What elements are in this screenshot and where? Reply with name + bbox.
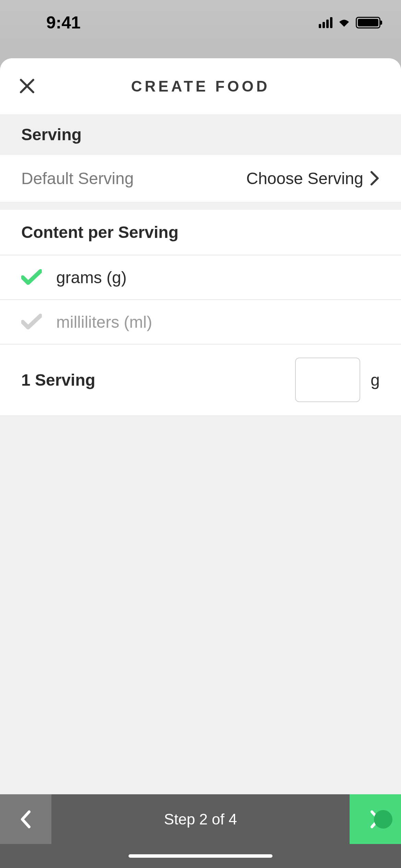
next-indicator-dot	[374, 810, 392, 829]
default-serving-value: Choose Serving	[246, 169, 380, 188]
back-button[interactable]	[0, 794, 51, 844]
step-indicator: Step 2 of 4	[164, 811, 237, 828]
spacer	[0, 415, 401, 794]
serving-amount-input[interactable]	[295, 358, 360, 402]
serving-amount-label: 1 Serving	[21, 371, 95, 389]
status-bar: 9:41	[0, 0, 401, 45]
status-time: 9:41	[21, 13, 81, 33]
default-serving-label: Default Serving	[21, 169, 134, 188]
unit-row-milliliters[interactable]: milliliters (ml)	[0, 300, 401, 345]
default-serving-row[interactable]: Default Serving Choose Serving	[0, 154, 401, 202]
app-container: CREATE FOOD Serving Default Serving Choo…	[0, 58, 401, 868]
cellular-signal-icon	[319, 17, 332, 28]
serving-section-header: Serving	[0, 115, 401, 154]
check-icon	[21, 314, 42, 330]
amount-input-group: g	[295, 358, 380, 402]
header: CREATE FOOD	[0, 58, 401, 115]
status-icons	[319, 17, 380, 28]
next-button[interactable]	[350, 794, 401, 844]
chevron-right-icon	[370, 171, 380, 186]
chevron-left-icon	[20, 809, 32, 830]
close-button[interactable]	[15, 74, 39, 99]
unit-grams-label: grams (g)	[56, 268, 126, 287]
unit-milliliters-label: milliliters (ml)	[56, 313, 152, 331]
content-section-header: Content per Serving	[0, 210, 401, 255]
close-icon	[19, 78, 35, 94]
battery-icon	[356, 17, 380, 28]
serving-amount-row: 1 Serving g	[0, 345, 401, 415]
page-title: CREATE FOOD	[131, 78, 270, 95]
home-indicator-area	[0, 844, 401, 868]
unit-row-grams[interactable]: grams (g)	[0, 255, 401, 300]
check-icon	[21, 269, 42, 286]
content-per-serving-section: Content per Serving grams (g) milliliter…	[0, 210, 401, 415]
footer: Step 2 of 4	[0, 794, 401, 844]
home-indicator[interactable]	[129, 854, 272, 858]
unit-suffix: g	[370, 371, 380, 389]
wifi-icon	[337, 17, 351, 28]
